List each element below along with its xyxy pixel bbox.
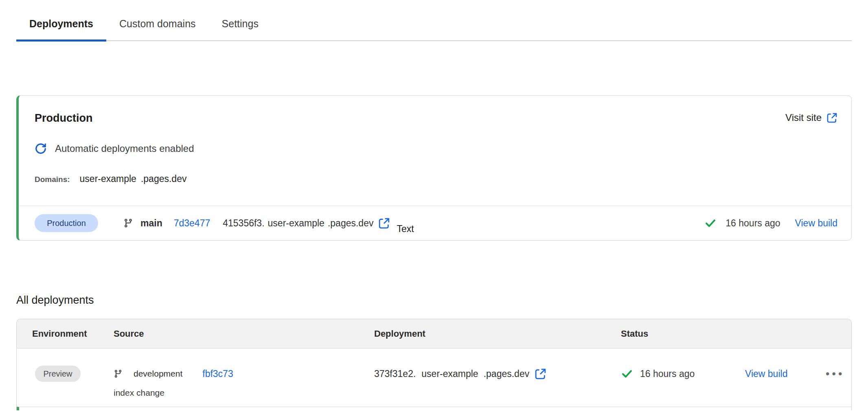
all-deployments-heading: All deployments	[16, 294, 852, 307]
check-icon	[704, 217, 717, 229]
domain-suffix: .pages.dev	[141, 173, 187, 184]
cell-view-build: View build	[745, 348, 826, 407]
column-environment: Environment	[32, 329, 114, 339]
tab-custom-domains[interactable]: Custom domains	[106, 12, 209, 42]
cell-menu: •••	[826, 348, 851, 407]
production-deployment-row: Production main 7d3e477 415356f3. user-e…	[19, 206, 851, 240]
deploy-time: 16 hours ago	[726, 218, 780, 229]
commit-link[interactable]: 7d3e477	[174, 218, 210, 229]
external-link-icon[interactable]	[378, 217, 390, 229]
production-card-header: Production Visit site	[19, 96, 851, 125]
next-row-partial	[17, 407, 851, 410]
deployment-url-prefix: 373f31e2.	[374, 368, 416, 379]
environment-badge-preview: Preview	[35, 366, 81, 382]
production-title: Production	[35, 112, 93, 125]
deployment-url-prefix: 415356f3.	[223, 218, 264, 229]
environment-badge-production: Production	[35, 214, 98, 232]
cell-deployment: 373f31e2. user-example .pages.dev	[374, 348, 621, 407]
visit-site-link[interactable]: Visit site	[785, 112, 837, 123]
deployment-url-project: user-example	[421, 368, 478, 379]
commit-message: Text	[397, 224, 414, 234]
view-build-link[interactable]: View build	[795, 218, 837, 229]
table-row: Preview development fbf3c73 index change…	[17, 348, 851, 407]
visit-site-label: Visit site	[785, 112, 822, 123]
external-link-icon	[826, 112, 837, 123]
more-options-icon[interactable]: •••	[826, 366, 844, 382]
tab-settings[interactable]: Settings	[209, 12, 272, 42]
git-branch-icon	[114, 369, 123, 378]
column-source: Source	[114, 329, 374, 339]
branch-name: main	[140, 218, 162, 229]
refresh-icon	[35, 142, 47, 155]
check-icon	[621, 368, 633, 380]
external-link-icon[interactable]	[535, 368, 546, 380]
deployment-url-project: user-example	[268, 218, 324, 229]
production-card: Production Visit site Automatic deployme…	[16, 95, 852, 241]
deploy-time: 16 hours ago	[640, 368, 695, 379]
auto-deploy-text: Automatic deployments enabled	[55, 143, 194, 154]
column-deployment: Deployment	[374, 329, 621, 339]
auto-deploy-status: Automatic deployments enabled	[35, 142, 835, 155]
domain-value: user-example	[80, 173, 136, 184]
domains-line: Domains: user-example .pages.dev	[35, 173, 835, 184]
commit-link[interactable]: fbf3c73	[202, 368, 233, 379]
view-build-link[interactable]: View build	[745, 368, 787, 379]
deployment-url-suffix: .pages.dev	[484, 368, 530, 379]
table-header-row: Environment Source Deployment Status	[17, 319, 851, 348]
domains-label: Domains:	[35, 175, 70, 184]
commit-message: index change	[114, 388, 374, 398]
branch-name: development	[134, 369, 182, 379]
deployments-table: Environment Source Deployment Status Pre…	[16, 319, 852, 410]
column-status: Status	[621, 329, 745, 339]
production-row-status: 16 hours ago View build	[704, 217, 837, 229]
cell-status: 16 hours ago	[621, 348, 745, 407]
tab-bar: Deployments Custom domains Settings	[16, 12, 852, 41]
git-branch-icon	[123, 218, 133, 228]
deployment-url-suffix: .pages.dev	[328, 218, 374, 229]
tab-deployments[interactable]: Deployments	[16, 12, 106, 42]
cell-source: development fbf3c73 index change	[114, 348, 374, 407]
cell-environment: Preview	[32, 348, 114, 407]
